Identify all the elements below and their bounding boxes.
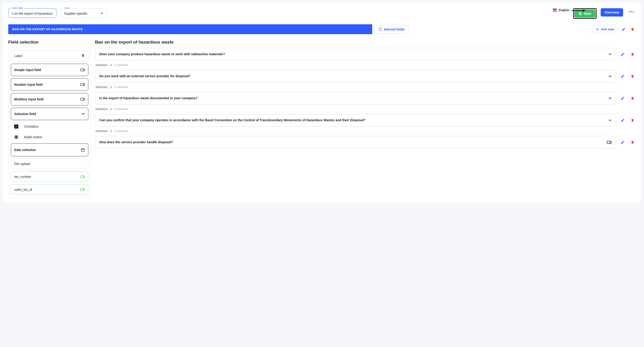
plus-icon: [596, 28, 599, 31]
field-type-sales-tax-id[interactable]: sales_tax_id: [11, 184, 88, 195]
field-type-simple-input-text: Simple input field: [14, 68, 41, 72]
tab-internal-label: Internal fields: [384, 27, 405, 31]
field-type-multiline-input-text: Multiline input field: [14, 97, 44, 101]
form-title-field[interactable]: Form title: [8, 8, 56, 18]
field-type-file-upload-text: File upload: [14, 162, 30, 166]
form-title-input[interactable]: [12, 12, 53, 15]
chevron-down-icon: [82, 113, 85, 115]
trash-icon: [631, 118, 634, 122]
delete-question-button[interactable]: [629, 51, 636, 58]
question-card[interactable]: Do you work with an external service pro…: [95, 70, 616, 82]
trash-icon: [631, 140, 634, 144]
field-type-checkbox[interactable]: ✓ Checkbox: [11, 122, 88, 131]
save-icon: [579, 12, 582, 15]
trash-icon: [631, 96, 634, 100]
add-step-label: Add step: [601, 27, 614, 31]
svg-rect-3: [81, 69, 85, 71]
edit-question-button[interactable]: [619, 51, 626, 58]
selection-word: Selection: [96, 129, 108, 133]
svg-rect-10: [81, 176, 85, 178]
edit-question-button[interactable]: [619, 95, 626, 102]
pencil-icon: [620, 118, 625, 122]
field-type-checkbox-text: Checkbox: [24, 125, 38, 128]
input-box-icon: [80, 68, 85, 72]
field-selection-column: Field selection Label Simple input field…: [8, 40, 91, 197]
field-type-radio[interactable]: Radio button: [11, 133, 88, 141]
edit-question-button[interactable]: [619, 73, 626, 80]
question-card[interactable]: Does your company produce hazardous wast…: [95, 48, 616, 60]
delete-tabs-button[interactable]: [629, 26, 636, 33]
trash-icon: [631, 74, 634, 78]
edit-tabs-button[interactable]: [620, 26, 627, 33]
question-row: Does your company produce hazardous wast…: [95, 48, 636, 60]
question-card[interactable]: Is the export of hazardous waste documen…: [95, 92, 616, 104]
chevron-right-icon: [110, 64, 112, 66]
svg-rect-4: [81, 83, 85, 86]
selection-word: Selection: [96, 85, 108, 89]
question-row: Is the export of hazardous waste documen…: [95, 92, 636, 104]
field-type-label[interactable]: Label: [11, 50, 88, 61]
chevron-right-icon: [110, 86, 112, 88]
field-type-tax-number[interactable]: tax_number: [11, 171, 88, 182]
body-columns: Field selection Label Simple input field…: [8, 40, 636, 197]
field-type-simple-input[interactable]: Simple input field: [11, 64, 88, 76]
selected-count: 3 selected: [114, 129, 128, 133]
question-selection-meta[interactable]: Selection3 selected: [95, 106, 636, 114]
question-text: Do you work with an external service pro…: [99, 74, 608, 79]
language-label: English: [559, 8, 569, 12]
question-selection-meta[interactable]: Selection3 selected: [95, 84, 636, 92]
delete-question-button[interactable]: [629, 139, 636, 146]
form-title-label: Form title: [11, 7, 24, 9]
field-type-date-text: Date selection: [14, 148, 36, 152]
question-card[interactable]: How does the service provider handle dis…: [95, 136, 616, 148]
tab-main[interactable]: BAN ON THE EXPORT OF HAZARDOUS WASTE: [8, 24, 372, 34]
selection-word: Selection: [96, 63, 108, 67]
field-type-multiline-input[interactable]: Multiline input field: [11, 93, 88, 105]
chevron-down-icon: [608, 53, 612, 55]
field-selection-title: Field selection: [8, 40, 91, 45]
field-type-sales-tax-id-text: sales_tax_id: [14, 188, 32, 191]
area-label: Area: [63, 7, 71, 9]
caret-down-icon: [101, 13, 103, 14]
selected-count: 3 selected: [114, 85, 128, 89]
area-dropdown[interactable]: Area Supplier specific: [60, 8, 106, 18]
question-row: Can you confirm that your company operat…: [95, 114, 636, 126]
input-box-icon: [80, 175, 85, 179]
area-value: Supplier specific: [64, 12, 88, 15]
question-selection-meta[interactable]: Selection3 selected: [95, 128, 636, 136]
chevron-right-icon: [110, 108, 112, 110]
delete-question-button[interactable]: [629, 117, 636, 124]
field-type-file-upload[interactable]: File upload: [11, 159, 88, 169]
tab-main-label: BAN ON THE EXPORT OF HAZARDOUS WASTE: [12, 27, 83, 31]
form-builder: Form title Area Supplier specific Englis…: [3, 3, 641, 203]
question-text: Is the export of hazardous waste documen…: [99, 96, 608, 101]
annotation-arrow-icon: [572, 9, 585, 12]
question-card[interactable]: Can you confirm that your company operat…: [95, 114, 616, 126]
field-type-number-input[interactable]: Number input field: [11, 78, 88, 91]
delete-question-button[interactable]: [629, 73, 636, 80]
trash-icon: [631, 52, 634, 56]
edit-question-button[interactable]: [619, 139, 626, 146]
field-type-selection[interactable]: Selection field: [11, 108, 88, 120]
overview-button[interactable]: Overview: [601, 8, 623, 16]
form-preview-column: Ban on the export of hazardous waste Doe…: [95, 40, 636, 197]
language-selector[interactable]: English: [553, 8, 569, 12]
add-step-button[interactable]: Add step: [592, 25, 618, 33]
svg-rect-11: [81, 188, 85, 191]
pencil-icon: [622, 27, 626, 31]
field-type-label-text: Label: [14, 54, 22, 58]
pencil-icon: [620, 74, 625, 78]
field-type-date[interactable]: Date selection: [11, 143, 88, 156]
selected-count: 3 selected: [114, 63, 128, 67]
chevron-down-icon: [608, 119, 612, 121]
edit-question-button[interactable]: [619, 117, 626, 124]
topbar: Form title Area Supplier specific Englis…: [8, 8, 636, 19]
svg-rect-6: [81, 149, 84, 151]
chevron-down-icon: [608, 97, 612, 99]
more-menu-icon[interactable]: •••: [627, 8, 636, 16]
field-type-number-input-text: Number input field: [14, 83, 43, 86]
tab-internal-fields[interactable]: Internal fields: [374, 25, 409, 34]
question-selection-meta[interactable]: Selection3 selected: [95, 62, 636, 70]
pencil-icon: [620, 96, 625, 100]
delete-question-button[interactable]: [629, 95, 636, 102]
